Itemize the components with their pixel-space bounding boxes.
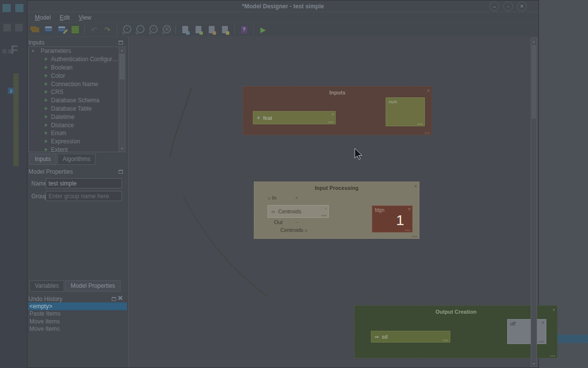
collapse-outputs-control[interactable]: −: [295, 219, 298, 225]
model-designer-window: *Model Designer - test simple ModelEditV…: [27, 0, 539, 368]
dock-tab[interactable]: Model Properties: [65, 280, 121, 292]
run-model-icon[interactable]: [258, 25, 268, 35]
chevron-down-icon[interactable]: ▾: [32, 48, 37, 53]
tree-item[interactable]: + Enum: [29, 129, 125, 138]
output-creation-group-box[interactable]: Output Creation × ⇒ sd utf ×: [354, 305, 558, 358]
save-model-in-project-icon[interactable]: [70, 25, 80, 35]
tree-item[interactable]: + Boolean: [29, 64, 125, 72]
collapse-group-icon[interactable]: ×: [414, 184, 417, 189]
zoom-full-icon[interactable]: [161, 25, 171, 35]
open-model-icon[interactable]: [30, 25, 40, 35]
parameter-num[interactable]: num: [386, 97, 425, 126]
expand-inputs-control[interactable]: +: [295, 195, 298, 201]
background-panel-letter: F: [11, 43, 18, 57]
algorithm-centroids[interactable]: ∞ Centroids ×: [268, 205, 329, 218]
tree-item[interactable]: + Distance: [29, 121, 125, 129]
tree-root-parameters[interactable]: ▾ Parameters: [29, 47, 125, 55]
comment-box-utf[interactable]: utf ×: [507, 319, 546, 344]
model-canvas[interactable]: Inputs × + feat ▾ num Input Processing ×…: [128, 37, 539, 368]
close-icon[interactable]: ×: [541, 320, 544, 325]
add-parameter-icon: +: [44, 56, 51, 63]
scrollbar-thumb[interactable]: [532, 45, 536, 118]
comment-box-fdgn[interactable]: fdgn × 1: [372, 206, 413, 232]
input-processing-group-box[interactable]: Input Processing × In + ∞ Centroids × Ou…: [254, 182, 419, 239]
output-socket-icon[interactable]: [305, 230, 307, 232]
collapse-group-icon[interactable]: ×: [552, 307, 555, 313]
window-title: *Model Designer - test simple: [242, 3, 324, 10]
background-badge: 2: [8, 88, 14, 94]
zoom-actual-icon[interactable]: [148, 25, 158, 35]
algorithm-icon: ∞: [271, 208, 275, 214]
add-parameter-icon: +: [44, 138, 51, 145]
background-panel-icon: [2, 49, 7, 54]
undo-history-item[interactable]: Paste Items: [28, 310, 127, 318]
edit-help-icon[interactable]: [239, 25, 249, 35]
name-label: Name: [31, 180, 47, 187]
dock-tab[interactable]: Variables: [29, 280, 64, 292]
save-model-as-icon[interactable]: [57, 25, 67, 35]
undo-history-item[interactable]: <empty>: [28, 302, 127, 310]
fold-icon[interactable]: ▾: [332, 113, 334, 116]
tree-scrollbar[interactable]: ▲ ▼: [119, 47, 125, 152]
tree-item[interactable]: + CRS: [29, 88, 125, 96]
tree-item[interactable]: + Datetime: [29, 113, 125, 121]
menu-item[interactable]: Edit: [55, 13, 74, 22]
dock-tab[interactable]: Inputs: [29, 154, 56, 165]
background-toolbar-icon: [15, 23, 23, 32]
undo-icon[interactable]: [89, 25, 99, 35]
add-parameter-icon: +: [44, 130, 51, 137]
step-badge: 1: [396, 212, 404, 229]
save-model-icon[interactable]: [44, 25, 53, 35]
input-socket-icon[interactable]: [268, 197, 270, 200]
menu-item[interactable]: View: [74, 13, 96, 22]
export-pdf-icon[interactable]: [207, 25, 217, 35]
scroll-down-icon[interactable]: ▼: [119, 145, 125, 152]
export-python-icon[interactable]: [180, 25, 190, 35]
float-panel-icon[interactable]: [119, 41, 123, 45]
tree-item[interactable]: + Authentication Configur…: [29, 55, 125, 64]
output-sd[interactable]: ⇒ sd: [371, 331, 450, 343]
model-group-input[interactable]: Enter group name here: [46, 191, 122, 201]
export-image-icon[interactable]: [194, 25, 203, 35]
tree-item[interactable]: + Color: [29, 71, 125, 80]
tree-item[interactable]: + Expression: [29, 138, 125, 146]
float-panel-icon[interactable]: [112, 297, 116, 301]
title-bar[interactable]: *Model Designer - test simple: [27, 0, 539, 12]
tree-item[interactable]: + Database Schema: [29, 96, 125, 105]
model-properties-title: Model Properties: [28, 168, 73, 175]
tree-item[interactable]: + Database Table: [29, 105, 125, 113]
scrollbar-thumb[interactable]: [120, 54, 124, 79]
redo-icon[interactable]: [102, 25, 112, 35]
close-button[interactable]: [517, 1, 527, 11]
export-svg-icon[interactable]: [220, 25, 230, 35]
minimize-button[interactable]: [490, 1, 499, 11]
add-parameter-icon: +: [44, 146, 51, 152]
model-name-input[interactable]: test simple: [46, 178, 122, 188]
zoom-out-icon[interactable]: [135, 25, 145, 35]
inputs-panel-title: Inputs: [28, 39, 45, 46]
zoom-in-icon[interactable]: [122, 25, 131, 35]
scroll-up-icon[interactable]: ▲: [119, 47, 125, 53]
close-icon[interactable]: ×: [408, 207, 411, 212]
inputs-group-box[interactable]: Inputs × + feat ▾ num: [243, 86, 432, 135]
canvas-scrollbar[interactable]: ▲ ▼: [531, 38, 537, 367]
parameter-icon: +: [257, 115, 260, 121]
maximize-button[interactable]: [503, 1, 513, 11]
collapse-group-icon[interactable]: ×: [427, 88, 430, 93]
toolbar: [27, 23, 539, 37]
float-panel-icon[interactable]: [119, 170, 123, 174]
parameter-feat[interactable]: + feat ▾: [253, 111, 336, 124]
inputs-panel-header: Inputs: [28, 38, 127, 46]
inputs-tree[interactable]: ▾ Parameters + Authentication Configur… …: [28, 46, 125, 152]
undo-history-item[interactable]: Move Items: [28, 318, 127, 325]
undo-history-item[interactable]: Move Items: [28, 325, 127, 333]
menu-item[interactable]: Model: [30, 13, 55, 22]
tree-item[interactable]: + Extent: [29, 146, 125, 152]
scroll-up-icon[interactable]: ▲: [531, 38, 537, 44]
close-panel-icon[interactable]: 🗙: [118, 295, 123, 301]
fold-icon[interactable]: ×: [325, 207, 327, 210]
model-properties-header: Model Properties: [28, 167, 127, 176]
tree-item[interactable]: + Connection Name: [29, 80, 125, 88]
scroll-down-icon[interactable]: ▼: [531, 361, 537, 367]
dock-tab[interactable]: Algorithms: [57, 154, 96, 165]
